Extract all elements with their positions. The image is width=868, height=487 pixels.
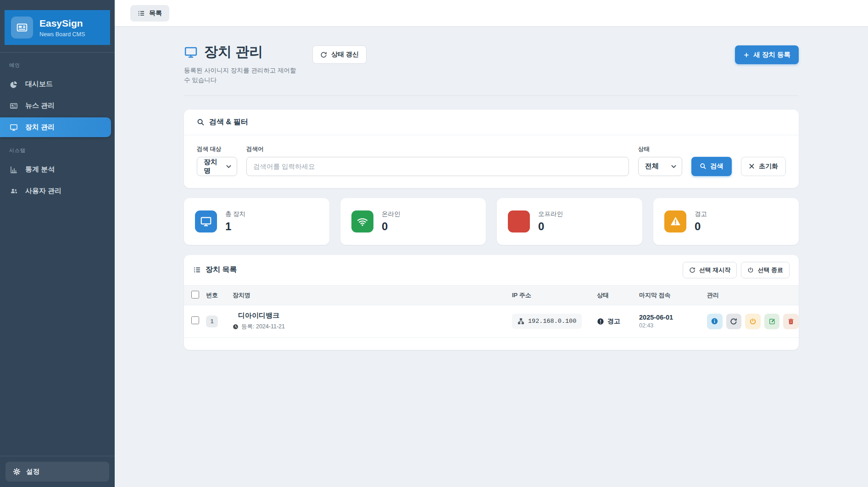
sidebar-section-main: 메인 bbox=[0, 53, 115, 73]
column-ip: IP 주소 bbox=[512, 291, 597, 299]
chevron-down-icon bbox=[226, 165, 231, 168]
page-subtitle: 등록된 사이니지 장치를 관리하고 제어할 수 있습니다 bbox=[184, 66, 299, 85]
info-button[interactable] bbox=[707, 314, 723, 329]
stat-card-total: 총 장치 1 bbox=[184, 198, 329, 245]
last-access-time: 02:43 bbox=[639, 322, 707, 329]
sidebar-item-devices[interactable]: 장치 관리 bbox=[0, 117, 111, 137]
settings-button[interactable]: 설정 bbox=[6, 462, 109, 481]
search-target-select[interactable]: 장치명 bbox=[197, 157, 237, 176]
shutdown-selected-label: 선택 종료 bbox=[757, 266, 783, 274]
device-list-title: 장치 목록 bbox=[206, 265, 237, 275]
list-icon bbox=[138, 10, 145, 17]
list-icon bbox=[193, 266, 201, 274]
gear-icon bbox=[13, 468, 21, 476]
filter-card-title: 검색 & 필터 bbox=[209, 117, 248, 127]
search-button[interactable]: 검색 bbox=[691, 157, 732, 176]
trash-icon bbox=[787, 318, 795, 325]
sidebar-item-dashboard[interactable]: 대시보드 bbox=[0, 74, 115, 94]
list-toggle-label: 목록 bbox=[149, 9, 162, 17]
wifi-icon bbox=[351, 210, 373, 232]
chevron-down-icon bbox=[671, 165, 676, 168]
sidebar-item-users[interactable]: 사용자 관리 bbox=[0, 181, 115, 201]
sidebar-item-label: 통계 분석 bbox=[25, 165, 55, 174]
shutdown-selected-button[interactable]: 선택 종료 bbox=[741, 262, 790, 278]
sidebar-item-stats[interactable]: 통계 분석 bbox=[0, 160, 115, 179]
stat-value: 0 bbox=[538, 220, 563, 233]
device-list-card: 장치 목록 선택 재시작 bbox=[184, 255, 799, 350]
sidebar-item-label: 뉴스 관리 bbox=[25, 101, 55, 110]
power-icon bbox=[747, 267, 754, 273]
row-checkbox[interactable] bbox=[191, 316, 199, 324]
sidebar-item-label: 사용자 관리 bbox=[25, 187, 61, 195]
users-icon bbox=[9, 187, 18, 195]
refresh-icon bbox=[730, 318, 737, 325]
warning-icon bbox=[664, 210, 686, 232]
sidebar-section-system: 시스템 bbox=[0, 138, 115, 159]
refresh-status-button[interactable]: 상태 갱신 bbox=[312, 45, 367, 64]
restart-selected-button[interactable]: 선택 재시작 bbox=[683, 262, 737, 278]
app-logo: EasySign News Board CMS bbox=[5, 10, 110, 45]
stat-label: 오프라인 bbox=[538, 210, 563, 218]
stat-value: 0 bbox=[695, 220, 707, 233]
sidebar-item-label: 대시보드 bbox=[25, 80, 53, 89]
row-edit-button[interactable] bbox=[764, 314, 780, 329]
sidebar-item-news[interactable]: 뉴스 관리 bbox=[0, 96, 115, 116]
search-button-label: 검색 bbox=[710, 162, 723, 171]
sidebar-footer: 설정 bbox=[0, 456, 115, 487]
table-header: 번호 장치명 IP 주소 상태 마지막 접속 관리 bbox=[184, 285, 799, 305]
plus-icon bbox=[743, 52, 750, 58]
monitor-title-icon bbox=[184, 45, 198, 59]
row-power-button[interactable] bbox=[745, 314, 761, 329]
device-registered: 등록: 2024-11-21 bbox=[241, 323, 285, 331]
pie-chart-icon bbox=[9, 80, 18, 89]
row-number-badge: 1 bbox=[206, 315, 218, 327]
last-access-date: 2025-06-01 bbox=[639, 314, 707, 321]
stat-label: 경고 bbox=[695, 210, 707, 218]
app-subtitle: News Board CMS bbox=[39, 31, 85, 38]
clock-icon bbox=[233, 324, 239, 330]
sidebar-item-label: 장치 관리 bbox=[25, 123, 55, 132]
stat-card-warning: 경고 0 bbox=[653, 198, 799, 245]
add-device-label: 새 장치 등록 bbox=[753, 50, 790, 59]
page-title: 장치 관리 bbox=[204, 43, 263, 61]
status-field: 상태 전체 bbox=[638, 145, 682, 176]
monitor-icon bbox=[195, 210, 217, 232]
keyword-label: 검색어 bbox=[246, 145, 629, 153]
column-no: 번호 bbox=[206, 291, 233, 299]
column-status: 상태 bbox=[597, 291, 639, 299]
reset-button[interactable]: 초기화 bbox=[741, 157, 786, 176]
close-icon bbox=[749, 163, 755, 169]
device-ip: 192.168.0.100 bbox=[528, 318, 576, 325]
bar-chart-icon bbox=[9, 166, 18, 174]
reset-button-label: 초기화 bbox=[759, 162, 778, 171]
select-all-checkbox[interactable] bbox=[191, 291, 199, 299]
add-device-button[interactable]: 새 장치 등록 bbox=[735, 45, 799, 64]
column-name: 장치명 bbox=[233, 291, 512, 299]
restart-selected-label: 선택 재시작 bbox=[699, 266, 731, 274]
table-row: 1 디아이디뱅크 등록: 2024-11-21 bbox=[184, 305, 799, 338]
page-header: 장치 관리 등록된 사이니지 장치를 관리하고 제어할 수 있습니다 상태 갱신 bbox=[184, 43, 799, 85]
row-refresh-button[interactable] bbox=[726, 314, 742, 329]
column-manage: 관리 bbox=[707, 291, 799, 299]
app-title: EasySign bbox=[39, 17, 85, 29]
list-toggle-button[interactable]: 목록 bbox=[130, 5, 169, 22]
status-select[interactable]: 전체 bbox=[638, 157, 682, 176]
wifi-off-icon bbox=[508, 210, 530, 232]
search-target-label: 검색 대상 bbox=[197, 145, 237, 153]
keyword-input[interactable] bbox=[246, 157, 629, 176]
monitor-icon bbox=[9, 123, 18, 132]
refresh-status-label: 상태 갱신 bbox=[331, 50, 359, 59]
content: 장치 관리 등록된 사이니지 장치를 관리하고 제어할 수 있습니다 상태 갱신 bbox=[184, 26, 799, 350]
sidebar: EasySign News Board CMS 메인 대시보드 뉴스 관리 bbox=[0, 0, 115, 487]
status-text: 경고 bbox=[607, 317, 620, 326]
search-icon bbox=[700, 163, 707, 170]
edit-icon bbox=[768, 318, 776, 325]
stat-card-offline: 오프라인 0 bbox=[497, 198, 642, 245]
stat-value: 1 bbox=[225, 220, 245, 233]
stat-label: 총 장치 bbox=[225, 210, 245, 218]
search-icon bbox=[197, 118, 205, 126]
stat-value: 0 bbox=[382, 220, 401, 233]
stat-label: 온라인 bbox=[382, 210, 401, 218]
search-filter-card: 검색 & 필터 검색 대상 장치명 검색어 상태 bbox=[184, 110, 799, 188]
row-delete-button[interactable] bbox=[783, 314, 799, 329]
